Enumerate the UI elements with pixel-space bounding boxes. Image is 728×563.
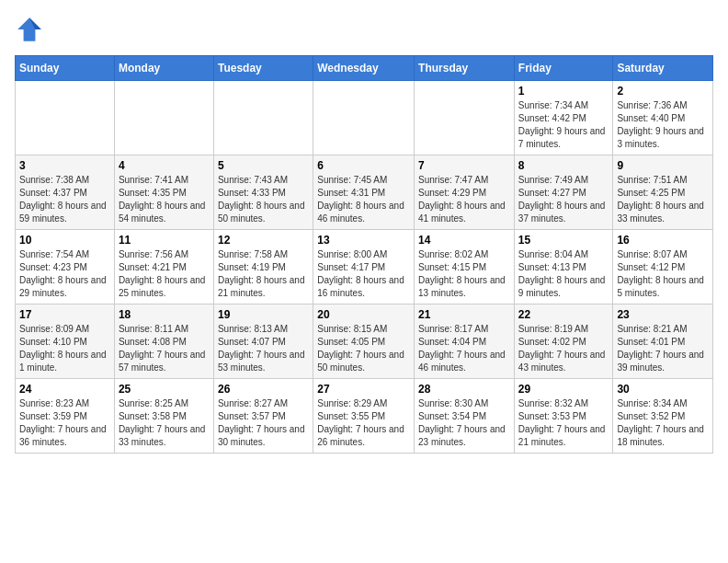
calendar-week-row: 10Sunrise: 7:54 AMSunset: 4:23 PMDayligh… [16, 230, 713, 304]
calendar-cell [213, 81, 313, 155]
calendar-cell: 20Sunrise: 8:15 AMSunset: 4:05 PMDayligh… [313, 304, 415, 379]
day-number: 13 [317, 234, 410, 247]
day-info: Sunrise: 8:02 AMSunset: 4:15 PMDaylight:… [418, 248, 510, 300]
calendar-week-row: 3Sunrise: 7:38 AMSunset: 4:37 PMDaylight… [16, 155, 713, 230]
calendar-cell: 8Sunrise: 7:49 AMSunset: 4:27 PMDaylight… [514, 155, 613, 230]
calendar-cell: 29Sunrise: 8:32 AMSunset: 3:53 PMDayligh… [514, 379, 613, 454]
day-info: Sunrise: 8:23 AMSunset: 3:59 PMDaylight:… [19, 397, 110, 449]
day-info: Sunrise: 7:56 AMSunset: 4:21 PMDaylight:… [119, 248, 210, 300]
day-number: 29 [518, 383, 609, 396]
calendar-cell [415, 81, 515, 155]
day-info: Sunrise: 7:58 AMSunset: 4:19 PMDaylight:… [218, 248, 309, 300]
header-monday: Monday [114, 56, 213, 81]
header-thursday: Thursday [415, 56, 515, 81]
day-number: 6 [317, 159, 410, 172]
day-number: 23 [617, 308, 709, 321]
header-saturday: Saturday [613, 56, 713, 81]
day-number: 1 [518, 85, 609, 98]
day-info: Sunrise: 8:11 AMSunset: 4:08 PMDaylight:… [119, 323, 210, 374]
calendar-cell: 23Sunrise: 8:21 AMSunset: 4:01 PMDayligh… [613, 304, 713, 379]
day-info: Sunrise: 8:15 AMSunset: 4:05 PMDaylight:… [317, 323, 410, 374]
calendar-cell: 21Sunrise: 8:17 AMSunset: 4:04 PMDayligh… [415, 304, 515, 379]
day-info: Sunrise: 7:45 AMSunset: 4:31 PMDaylight:… [317, 174, 410, 225]
calendar: SundayMondayTuesdayWednesdayThursdayFrid… [15, 55, 713, 454]
calendar-cell: 19Sunrise: 8:13 AMSunset: 4:07 PMDayligh… [213, 304, 313, 379]
calendar-cell [313, 81, 415, 155]
calendar-week-row: 1Sunrise: 7:34 AMSunset: 4:42 PMDaylight… [16, 81, 713, 155]
calendar-cell: 2Sunrise: 7:36 AMSunset: 4:40 PMDaylight… [613, 81, 713, 155]
day-info: Sunrise: 8:21 AMSunset: 4:01 PMDaylight:… [617, 323, 709, 374]
page-header [15, 15, 713, 44]
calendar-cell: 6Sunrise: 7:45 AMSunset: 4:31 PMDaylight… [313, 155, 415, 230]
day-info: Sunrise: 8:30 AMSunset: 3:54 PMDaylight:… [418, 397, 510, 449]
header-friday: Friday [514, 56, 613, 81]
day-number: 22 [518, 308, 609, 321]
day-number: 17 [19, 308, 110, 321]
header-tuesday: Tuesday [213, 56, 313, 81]
day-number: 5 [218, 159, 309, 172]
day-number: 27 [317, 383, 410, 396]
day-number: 16 [617, 234, 709, 247]
calendar-cell: 1Sunrise: 7:34 AMSunset: 4:42 PMDaylight… [514, 81, 613, 155]
calendar-week-row: 24Sunrise: 8:23 AMSunset: 3:59 PMDayligh… [16, 379, 713, 454]
day-info: Sunrise: 8:17 AMSunset: 4:04 PMDaylight:… [418, 323, 510, 374]
calendar-cell: 9Sunrise: 7:51 AMSunset: 4:25 PMDaylight… [613, 155, 713, 230]
day-number: 15 [518, 234, 609, 247]
header-wednesday: Wednesday [313, 56, 415, 81]
day-number: 14 [418, 234, 510, 247]
day-number: 25 [119, 383, 210, 396]
calendar-cell: 26Sunrise: 8:27 AMSunset: 3:57 PMDayligh… [213, 379, 313, 454]
logo [15, 15, 48, 44]
day-info: Sunrise: 8:00 AMSunset: 4:17 PMDaylight:… [317, 248, 410, 300]
day-number: 11 [119, 234, 210, 247]
day-number: 19 [218, 308, 309, 321]
day-info: Sunrise: 7:43 AMSunset: 4:33 PMDaylight:… [218, 174, 309, 225]
day-info: Sunrise: 7:34 AMSunset: 4:42 PMDaylight:… [518, 99, 609, 151]
calendar-cell [114, 81, 213, 155]
day-number: 21 [418, 308, 510, 321]
day-number: 7 [418, 159, 510, 172]
calendar-cell: 16Sunrise: 8:07 AMSunset: 4:12 PMDayligh… [613, 230, 713, 304]
calendar-cell: 7Sunrise: 7:47 AMSunset: 4:29 PMDaylight… [415, 155, 515, 230]
day-number: 30 [617, 383, 709, 396]
calendar-cell: 14Sunrise: 8:02 AMSunset: 4:15 PMDayligh… [415, 230, 515, 304]
day-number: 18 [119, 308, 210, 321]
calendar-cell: 4Sunrise: 7:41 AMSunset: 4:35 PMDaylight… [114, 155, 213, 230]
calendar-cell: 27Sunrise: 8:29 AMSunset: 3:55 PMDayligh… [313, 379, 415, 454]
calendar-cell: 5Sunrise: 7:43 AMSunset: 4:33 PMDaylight… [213, 155, 313, 230]
day-number: 28 [418, 383, 510, 396]
day-info: Sunrise: 7:38 AMSunset: 4:37 PMDaylight:… [19, 174, 110, 225]
day-number: 24 [19, 383, 110, 396]
day-info: Sunrise: 8:27 AMSunset: 3:57 PMDaylight:… [218, 397, 309, 449]
day-number: 26 [218, 383, 309, 396]
day-number: 2 [617, 85, 709, 98]
calendar-cell: 30Sunrise: 8:34 AMSunset: 3:52 PMDayligh… [613, 379, 713, 454]
calendar-cell: 10Sunrise: 7:54 AMSunset: 4:23 PMDayligh… [16, 230, 115, 304]
day-number: 4 [119, 159, 210, 172]
day-info: Sunrise: 8:32 AMSunset: 3:53 PMDaylight:… [518, 397, 609, 449]
day-info: Sunrise: 8:19 AMSunset: 4:02 PMDaylight:… [518, 323, 609, 374]
calendar-cell: 25Sunrise: 8:25 AMSunset: 3:58 PMDayligh… [114, 379, 213, 454]
day-info: Sunrise: 8:09 AMSunset: 4:10 PMDaylight:… [19, 323, 110, 374]
day-number: 9 [617, 159, 709, 172]
day-info: Sunrise: 8:04 AMSunset: 4:13 PMDaylight:… [518, 248, 609, 300]
calendar-cell: 3Sunrise: 7:38 AMSunset: 4:37 PMDaylight… [16, 155, 115, 230]
day-number: 12 [218, 234, 309, 247]
calendar-header-row: SundayMondayTuesdayWednesdayThursdayFrid… [16, 56, 713, 81]
day-info: Sunrise: 8:07 AMSunset: 4:12 PMDaylight:… [617, 248, 709, 300]
calendar-cell: 18Sunrise: 8:11 AMSunset: 4:08 PMDayligh… [114, 304, 213, 379]
day-info: Sunrise: 7:54 AMSunset: 4:23 PMDaylight:… [19, 248, 110, 300]
calendar-cell: 22Sunrise: 8:19 AMSunset: 4:02 PMDayligh… [514, 304, 613, 379]
calendar-cell: 28Sunrise: 8:30 AMSunset: 3:54 PMDayligh… [415, 379, 515, 454]
day-info: Sunrise: 8:34 AMSunset: 3:52 PMDaylight:… [617, 397, 709, 449]
calendar-cell: 12Sunrise: 7:58 AMSunset: 4:19 PMDayligh… [213, 230, 313, 304]
calendar-cell: 13Sunrise: 8:00 AMSunset: 4:17 PMDayligh… [313, 230, 415, 304]
day-info: Sunrise: 8:13 AMSunset: 4:07 PMDaylight:… [218, 323, 309, 374]
logo-icon [15, 15, 44, 44]
day-info: Sunrise: 7:51 AMSunset: 4:25 PMDaylight:… [617, 174, 709, 225]
calendar-cell [16, 81, 115, 155]
calendar-cell: 24Sunrise: 8:23 AMSunset: 3:59 PMDayligh… [16, 379, 115, 454]
day-info: Sunrise: 7:41 AMSunset: 4:35 PMDaylight:… [119, 174, 210, 225]
day-number: 3 [19, 159, 110, 172]
day-info: Sunrise: 8:25 AMSunset: 3:58 PMDaylight:… [119, 397, 210, 449]
